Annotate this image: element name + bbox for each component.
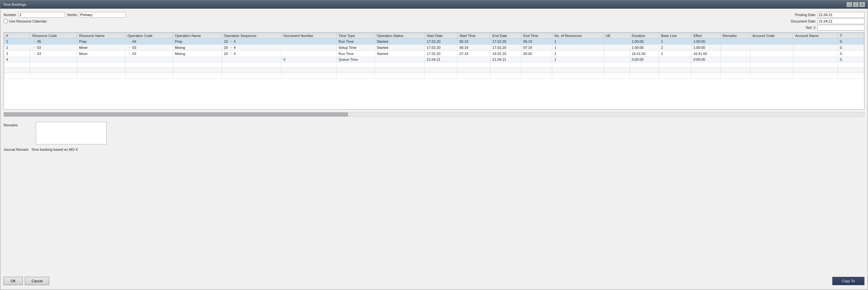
table-row[interactable]: 3 → 03 Mixer → 03 Mixing 20 → 4 Run Time… [4,51,864,57]
table-row-empty[interactable] [4,62,864,68]
op-code-arrow-icon: → [128,45,131,50]
use-resource-calendar-checkbox[interactable] [4,19,8,23]
empty-cell [629,62,659,68]
document-date-input[interactable] [817,18,864,24]
form-fields: Number Series Use Resource Calendar [4,12,126,23]
cell-start-date: 17.02.20 [425,39,458,45]
cell-num: 2 [4,45,30,51]
table-row[interactable]: 4 0 Queue Time 21.04.21 21.04.21 1 0:00:… [4,57,864,62]
col-start-time: Start Time [457,33,490,39]
empty-cell [720,68,750,73]
col-resource-code: Resource Code [30,33,77,39]
empty-cell [691,68,720,73]
minimize-button[interactable]: — [846,2,852,7]
empty-cell [793,62,838,68]
copy-to-button[interactable]: Copy To [832,277,864,285]
posting-date-input[interactable] [817,12,864,18]
time-bookings-table: # Resource Code Resource Name Operation … [4,33,864,79]
col-baseline: Base Line [659,33,691,39]
cell-resource-name: Mixer [77,45,125,51]
cell-num: 1 [4,39,30,45]
cell-doc-number [281,45,336,51]
cell-end-date: 17.02.20 [490,45,521,51]
cell-op-sequence: 20 → 4 [222,51,281,57]
col-ue: UE [603,33,629,39]
col-operation-sequence: Operation Sequence [222,33,281,39]
empty-cell [838,73,864,79]
table-row-empty[interactable] [4,73,864,79]
ref2-label: Ref. 2 [786,26,815,30]
empty-cell [281,73,336,79]
table-body: 1 → 05 Prep → 04 Prep 10 → 4 Run Time St… [4,39,864,79]
empty-cell [629,68,659,73]
left-buttons: OK Cancel [4,277,49,285]
table-container[interactable]: # Resource Code Resource Name Operation … [4,33,864,110]
cell-end-date: 21.04.21 [490,57,521,62]
cell-account-code [750,45,793,51]
cell-op-sequence: 10 → 4 [222,39,281,45]
table-row[interactable]: 2 → 03 Mixer → 03 Mixing 20 → 4 Setup Ti… [4,45,864,51]
col-num: # [4,33,30,39]
cell-op-status: Started [375,51,425,57]
cancel-button[interactable]: Cancel [25,277,49,285]
number-input[interactable] [18,12,65,18]
journal-remark-value: Time booking based on MO 4 [31,148,78,151]
cell-effort: 1:00:00 [691,39,720,45]
cell-account-name [793,39,838,45]
empty-cell [4,68,30,73]
col-time-type: Time Type [336,33,374,39]
remarks-section: Remarks [4,122,864,144]
cell-doc-number: 0 [281,57,336,62]
cell-resource-code [30,57,77,62]
empty-cell [222,68,281,73]
col-document-number: Document Number [281,33,336,39]
empty-cell [521,62,552,68]
empty-cell [457,73,490,79]
cell-op-status: Started [375,45,425,51]
cell-op-name [173,57,222,62]
empty-cell [4,62,30,68]
empty-cell [4,73,30,79]
col-account-code: Account Code [750,33,793,39]
cell-t: 0. [838,57,864,62]
ok-button[interactable]: OK [4,277,23,285]
remarks-textarea[interactable] [36,122,107,144]
table-row-empty[interactable] [4,68,864,73]
cell-resource-name: Mixer [77,51,125,57]
horizontal-scrollbar[interactable] [4,112,864,117]
cell-duration: 1:00:00 [629,39,659,45]
empty-cell [691,73,720,79]
journal-row: Journal Remark Time booking based on MO … [4,148,864,151]
cell-time-type: Setup Time [336,45,374,51]
cell-num-resources: 1 [552,45,603,51]
col-duration: Duration [629,33,659,39]
cell-op-name: Mixing [173,51,222,57]
empty-cell [457,68,490,73]
cell-op-code [125,57,173,62]
op-code-arrow-icon: → [128,39,131,44]
cell-op-status [375,57,425,62]
empty-cell [30,73,77,79]
col-num-resources: No. of Resources [552,33,603,39]
series-label: Series [67,13,77,17]
scrollbar-thumb[interactable] [4,112,348,116]
cell-account-name [793,45,838,51]
empty-cell [375,73,425,79]
cell-ue [603,45,629,51]
cell-end-time: 06:19 [521,39,552,45]
table-row[interactable]: 1 → 05 Prep → 04 Prep 10 → 4 Run Time St… [4,39,864,45]
col-end-date: End Date [490,33,521,39]
cell-op-code: → 03 [125,51,173,57]
cell-resource-code: → 03 [30,51,77,57]
cell-resource-code: → 03 [30,45,77,51]
maximize-button[interactable]: □ [853,2,859,7]
cell-ue [603,51,629,57]
cell-num-resources: 1 [552,39,603,45]
main-content: Number Series Use Resource Calendar Post… [0,9,868,290]
cell-num: 3 [4,51,30,57]
ref2-input[interactable] [817,25,864,31]
series-input[interactable] [79,12,126,18]
right-form: Posting Date Document Date Ref. 2 [786,12,864,31]
close-button[interactable]: ✕ [859,2,865,7]
bottom-buttons: OK Cancel Copy To [4,274,864,286]
